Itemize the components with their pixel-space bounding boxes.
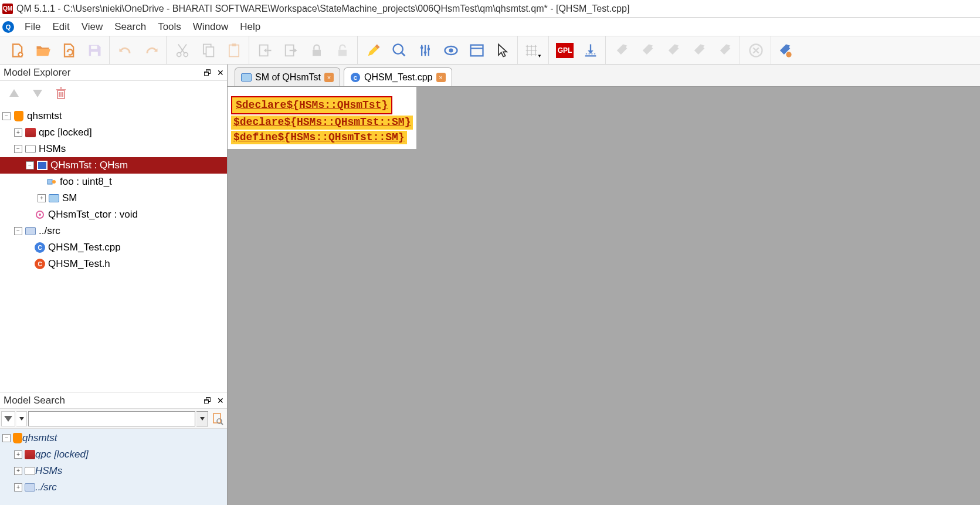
download-button[interactable] bbox=[578, 39, 603, 62]
tree-cpp-file[interactable]: C QHSM_Test.cpp bbox=[0, 239, 227, 256]
explorer-restore-button[interactable]: 🗗 bbox=[201, 67, 214, 79]
move-down-button[interactable] bbox=[28, 84, 47, 103]
reload-button[interactable] bbox=[56, 39, 81, 62]
build3-button[interactable] bbox=[661, 39, 686, 62]
app-icon: QM bbox=[2, 4, 13, 14]
gpl-button[interactable]: GPL bbox=[552, 39, 577, 62]
search-dropdown-button[interactable] bbox=[196, 411, 208, 426]
expander-icon[interactable]: + bbox=[14, 128, 22, 137]
svg-point-24 bbox=[52, 180, 56, 184]
tree-label: ../src bbox=[39, 225, 60, 237]
tree-src[interactable]: − ../src bbox=[0, 223, 227, 239]
menu-edit[interactable]: Edit bbox=[46, 19, 75, 35]
svg-point-15 bbox=[424, 51, 427, 54]
build2-button[interactable] bbox=[635, 39, 660, 62]
menu-help[interactable]: Help bbox=[234, 19, 266, 35]
search-result-src[interactable]: + ../src bbox=[0, 479, 227, 496]
copy-button[interactable] bbox=[196, 39, 221, 62]
svg-rect-2 bbox=[91, 52, 98, 56]
build4-button[interactable] bbox=[687, 39, 711, 62]
search-result-hsms[interactable]: + HSMs bbox=[0, 463, 227, 479]
svg-point-26 bbox=[39, 213, 41, 216]
layout-button[interactable] bbox=[464, 39, 489, 62]
tree-ctor[interactable]: QHsmTst_ctor : void bbox=[0, 206, 227, 223]
expander-icon[interactable]: + bbox=[14, 483, 22, 492]
export-button[interactable] bbox=[279, 39, 303, 62]
search-collapse-button[interactable] bbox=[1, 411, 15, 426]
editor-content[interactable]: $declare${HSMs::QHsmTst} $declare${HSMs:… bbox=[228, 87, 980, 505]
expander-icon[interactable]: + bbox=[38, 194, 46, 202]
tree-qhsmtst-class[interactable]: − QHsmTst : QHsm bbox=[0, 157, 227, 174]
folder-icon bbox=[25, 226, 36, 236]
cut-button[interactable] bbox=[170, 39, 195, 62]
unlock-button[interactable] bbox=[330, 39, 355, 62]
search-history-button[interactable] bbox=[16, 411, 27, 426]
folder-icon bbox=[25, 483, 35, 492]
code-line-3[interactable]: $define${HSMs::QHsmTst::SM} bbox=[231, 131, 407, 144]
search-result-label: ../src bbox=[35, 482, 57, 493]
expander-icon[interactable]: + bbox=[14, 467, 22, 475]
expander-icon[interactable]: − bbox=[2, 434, 11, 442]
open-button[interactable] bbox=[30, 39, 55, 62]
tab-close-button[interactable]: × bbox=[436, 73, 446, 82]
expander-icon[interactable]: − bbox=[14, 145, 22, 153]
tree-h-file[interactable]: C QHSM_Test.h bbox=[0, 256, 227, 272]
tree-sm[interactable]: + SM bbox=[0, 190, 227, 206]
clean-button[interactable] bbox=[361, 39, 386, 62]
tree-hsms[interactable]: − HSMs bbox=[0, 141, 227, 157]
grid-button[interactable]: ▼ bbox=[521, 39, 546, 62]
view-button[interactable] bbox=[439, 39, 463, 62]
tab-sm[interactable]: SM of QHsmTst × bbox=[235, 67, 340, 86]
model-explorer-header: Model Explorer 🗗 ✕ bbox=[0, 65, 227, 81]
search-input[interactable] bbox=[28, 411, 195, 426]
tab-close-button[interactable]: × bbox=[324, 73, 334, 82]
code-line-2[interactable]: $declare${HSMs::QHsmTst::SM} bbox=[231, 116, 413, 129]
menu-window[interactable]: Window bbox=[187, 19, 234, 35]
explorer-close-button[interactable]: ✕ bbox=[214, 67, 227, 79]
search-restore-button[interactable]: 🗗 bbox=[201, 395, 214, 406]
statemachine-icon bbox=[48, 193, 60, 204]
search-result-label: qhsmtst bbox=[22, 432, 57, 444]
build5-button[interactable] bbox=[713, 39, 737, 62]
tree-foo[interactable]: foo : uint8_t bbox=[0, 174, 227, 190]
tree-qpc[interactable]: + qpc [locked] bbox=[0, 124, 227, 141]
menu-file[interactable]: File bbox=[19, 19, 46, 35]
tab-cpp[interactable]: C QHSM_Test.cpp × bbox=[344, 67, 452, 86]
menu-search[interactable]: Search bbox=[108, 19, 152, 35]
search-close-button[interactable]: ✕ bbox=[214, 395, 227, 406]
search-result-root[interactable]: − qhsmtst bbox=[0, 430, 227, 446]
zoom-button[interactable] bbox=[387, 39, 412, 62]
menu-view[interactable]: View bbox=[76, 19, 109, 35]
model-tree[interactable]: − qhsmtst + qpc [locked] − HSMs − QHsmTs… bbox=[0, 106, 227, 392]
code-line-1[interactable]: $declare${HSMs::QHsmTst} bbox=[231, 96, 392, 114]
undo-button[interactable] bbox=[113, 39, 138, 62]
save-button[interactable] bbox=[82, 39, 107, 62]
toolbar: ▼ GPL bbox=[0, 36, 980, 65]
search-result-qpc[interactable]: + qpc [locked] bbox=[0, 446, 227, 463]
delete-button[interactable] bbox=[52, 84, 70, 103]
expander-icon[interactable]: − bbox=[26, 161, 34, 170]
search-go-button[interactable] bbox=[209, 411, 226, 426]
redo-button[interactable] bbox=[139, 39, 164, 62]
svg-rect-1 bbox=[91, 45, 97, 49]
tree-label: qhsmtst bbox=[27, 110, 62, 122]
menu-tools[interactable]: Tools bbox=[152, 19, 187, 35]
move-up-button[interactable] bbox=[5, 84, 23, 103]
settings-button[interactable] bbox=[413, 39, 438, 62]
svg-rect-23 bbox=[48, 179, 52, 184]
build1-button[interactable] bbox=[609, 39, 634, 62]
new-model-button[interactable] bbox=[5, 39, 29, 62]
stop-button[interactable] bbox=[744, 39, 768, 62]
pointer-button[interactable] bbox=[490, 39, 515, 62]
paste-button[interactable] bbox=[222, 39, 246, 62]
search-result-label: qpc [locked] bbox=[35, 449, 89, 460]
svg-rect-11 bbox=[313, 49, 321, 56]
configure-button[interactable] bbox=[772, 39, 797, 62]
expander-icon[interactable]: + bbox=[14, 450, 22, 459]
tree-root[interactable]: − qhsmtst bbox=[0, 108, 227, 124]
lock-button[interactable] bbox=[304, 39, 329, 62]
import-button[interactable] bbox=[253, 39, 277, 62]
expander-icon[interactable]: − bbox=[2, 112, 11, 120]
h-file-icon: C bbox=[34, 259, 46, 269]
expander-icon[interactable]: − bbox=[14, 227, 22, 235]
